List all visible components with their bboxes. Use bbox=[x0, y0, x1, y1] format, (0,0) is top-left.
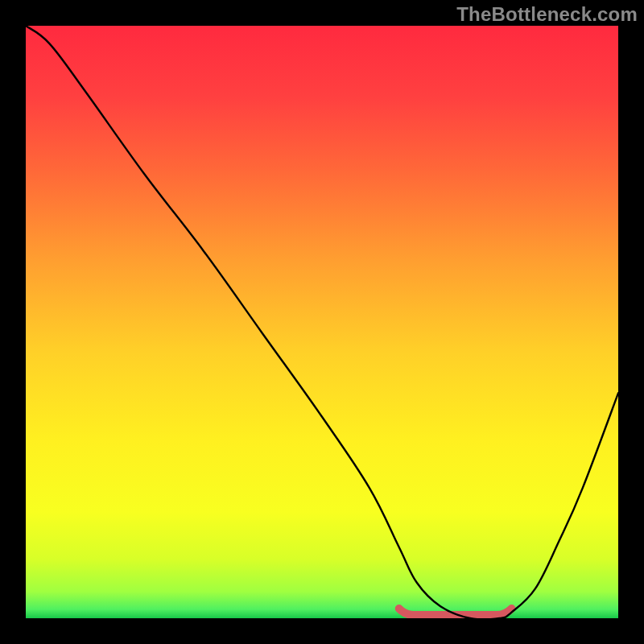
chart-frame: TheBottleneck.com bbox=[0, 0, 644, 644]
gradient-background bbox=[26, 26, 618, 618]
chart-svg bbox=[26, 26, 618, 618]
watermark-text: TheBottleneck.com bbox=[456, 3, 638, 26]
chart-plot-area bbox=[26, 26, 618, 618]
